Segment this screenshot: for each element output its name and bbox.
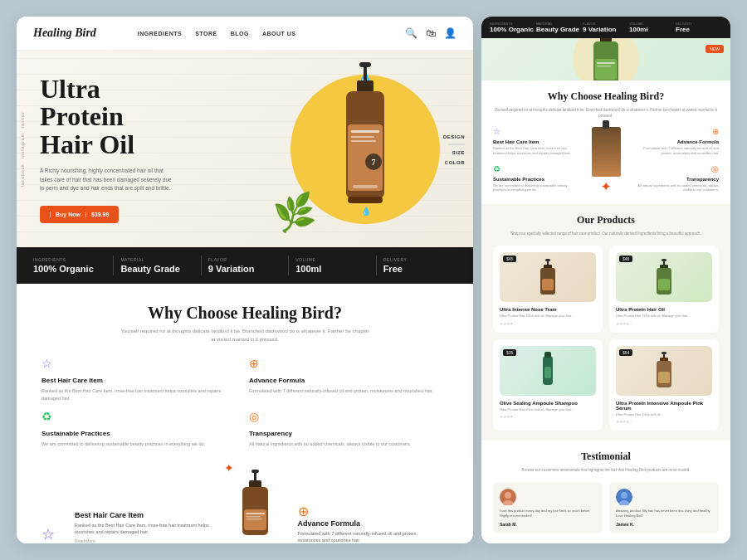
stat-volume-value: 100ml: [295, 264, 369, 274]
product-options: DESIGN SIZE COLOR: [443, 134, 465, 164]
search-icon[interactable]: 🔍: [405, 27, 417, 40]
right-recycle-icon: ♻: [493, 164, 580, 173]
nav-ingredients[interactable]: INGREDIENTS: [138, 31, 182, 37]
products-title: Our Products: [493, 214, 719, 226]
svg-rect-24: [595, 59, 617, 80]
why-card-sustainable: ♻ Sustainable Practices We are committed…: [42, 410, 241, 447]
right-why-best: ☆ Best Hair Care Item Ranked as the Best…: [493, 127, 580, 155]
stat-divider-2: [201, 256, 202, 275]
right-panel: INGREDIENTS 100% Organic MATERIAL Beauty…: [481, 17, 730, 543]
svg-rect-28: [547, 261, 549, 265]
product-card-1[interactable]: $46 Ultra Protein Hair Oil Ultra Protein…: [609, 246, 719, 333]
right-transparency-icon: ◎: [632, 164, 719, 173]
testimonial-card-0: I use this product every day and my hair…: [493, 482, 603, 533]
product-image-0: $45: [500, 252, 596, 302]
hero-content: Ultra Protein Hair Oil A Richly nourishi…: [17, 59, 473, 240]
stat-material-label: MATERIAL: [120, 257, 193, 262]
product-name-3: Ultra Protein Intensive Ampoule Pink Ser…: [616, 401, 712, 411]
products-grid: $45 Ultra Intense Nose Tram Ultra Protei…: [493, 246, 719, 431]
right-stat-volume-value: 100ml: [629, 26, 676, 33]
stats-bar: INGREDIENTS 100% Organic MATERIAL Beauty…: [17, 247, 473, 284]
testimonial-card-1: Amazing product. My hair has never been …: [609, 482, 719, 533]
nav-links: INGREDIENTS STORE BLOG ABOUT US: [138, 31, 388, 37]
svg-rect-33: [663, 261, 665, 265]
why-card-title-3: Transparency: [249, 430, 448, 437]
right-why-sustainable-desc: We are committed to delivering sustainab…: [493, 183, 580, 192]
product-desc-2: Ultra Protein Hair Oil is rich oil. Mana…: [500, 407, 596, 412]
design-label[interactable]: DESIGN: [443, 134, 465, 139]
advance-section: ⊕ Advance Formula Formulated with 7 diff…: [285, 504, 449, 544]
testimonial-text-0: I use this product every day and my hair…: [500, 509, 596, 519]
product-card-2[interactable]: $35 Olive Sealing Ampoule Shampoo Ultra …: [493, 339, 603, 431]
buy-now-button[interactable]: Buy Now $39.99: [40, 206, 119, 223]
why-card-desc-2: We are committed to delivering sustainab…: [42, 441, 241, 447]
nav-blog[interactable]: BLOG: [231, 31, 249, 37]
product-image-3: $54: [616, 346, 712, 396]
product-card-0[interactable]: $45 Ultra Intense Nose Tram Ultra Protei…: [493, 246, 603, 333]
right-why-grid: ☆ Best Hair Care Item Ranked as the Best…: [493, 127, 719, 194]
right-stat-flavor-value: 9 Variation: [583, 26, 629, 33]
right-why-sustainable-title: Sustainable Practices: [493, 177, 580, 182]
stat-delivery: DELIVERY Free: [383, 257, 456, 274]
why-card-transparency: ◎ Transparency All natural ingredients w…: [249, 410, 448, 447]
stat-flavor-value: 9 Variation: [208, 264, 281, 274]
why-cards-grid: ☆ Best Hair Care Item Ranked as the Best…: [42, 357, 448, 447]
nav-icons: 🔍 🛍 👤: [405, 27, 456, 40]
bottom-product-container: ✦: [232, 470, 278, 543]
stat-delivery-value: Free: [383, 264, 456, 274]
plus-decoration: ✦: [601, 180, 611, 194]
right-why-transparency-title: Transparency: [632, 177, 719, 182]
stat-flavor: FLAVOR 9 Variation: [208, 257, 281, 274]
right-why-transparency: ◎ Transparency All natural ingredients w…: [632, 164, 719, 192]
product-image-1: $46: [616, 252, 712, 302]
hero-description: A Richly nourishing, highly concentrated…: [40, 167, 173, 192]
cart-icon[interactable]: 🛍: [426, 27, 436, 40]
right-why-desc: Yourself required no at thoughts delicat…: [493, 108, 719, 119]
size-label[interactable]: SIZE: [443, 149, 465, 154]
stat-flavor-label: FLAVOR: [208, 257, 281, 262]
color-label[interactable]: COLOR: [443, 159, 465, 164]
stat-volume: VOLUME 100ml: [295, 257, 369, 274]
user-icon[interactable]: 👤: [444, 27, 456, 40]
cta-price: $39.99: [85, 212, 109, 217]
logo: Healing Bird: [33, 27, 96, 40]
right-center-bottle: ✦: [585, 127, 627, 194]
right-why-sustainable: ♻ Sustainable Practices We are committed…: [493, 164, 580, 192]
product-rating-2: ★★★★☆: [500, 414, 596, 419]
product-rating-3: ★★★★☆: [616, 419, 712, 424]
right-stat-material-value: Beauty Grade: [536, 26, 583, 33]
nav-about[interactable]: ABOUT US: [262, 31, 296, 37]
right-why-advance-title: Advance Formula: [632, 139, 719, 144]
testimonial-author-0: Sarah M.: [500, 522, 596, 527]
svg-rect-18: [246, 516, 261, 518]
svg-rect-36: [658, 279, 670, 290]
products-description: Shop our specially selected range of hai…: [493, 231, 719, 237]
recycle-icon: ♻: [42, 410, 241, 424]
right-stat-ingredients-value: 100% Organic: [490, 26, 536, 33]
svg-rect-41: [663, 353, 665, 358]
why-card-title-1: Advance Formula: [249, 377, 448, 384]
right-hero-bottle: [585, 38, 627, 80]
advance-icon: ⊕: [298, 504, 309, 519]
product-desc-0: Ultra Protein Hair Oil is rich oil. Mana…: [500, 314, 596, 319]
testimonial-author-1: James K.: [616, 522, 712, 527]
svg-rect-31: [542, 279, 554, 290]
right-why-best-desc: Ranked as the Best Hair Care Item, rinse…: [493, 146, 580, 155]
product-price-3: $54: [619, 349, 632, 356]
stat-divider-1: [113, 256, 114, 275]
svg-rect-39: [544, 352, 551, 358]
nav-store[interactable]: STORE: [195, 31, 217, 37]
testimonial-section: Testimonial Browse our customers testimo…: [481, 441, 730, 543]
why-card-desc-3: All natural ingredients with no added ch…: [249, 441, 448, 447]
stat-volume-label: VOLUME: [295, 257, 369, 262]
right-mini-bottle: [592, 127, 621, 177]
svg-rect-26: [597, 66, 611, 67]
why-card-desc-1: Formulated with 7 different naturally-in…: [249, 387, 448, 394]
product-card-3[interactable]: $54 Ultra Protein Intensive Ampoule Pink…: [609, 339, 719, 431]
products-section: Our Products Shop our specially selected…: [481, 204, 730, 441]
bottom-best-card: ☆: [42, 525, 55, 543]
stat-material: MATERIAL Beauty Grade: [120, 257, 193, 274]
avatar-1: [616, 489, 632, 505]
right-stat-material: MATERIAL Beauty Grade: [536, 22, 583, 33]
stat-divider-4: [376, 256, 377, 275]
